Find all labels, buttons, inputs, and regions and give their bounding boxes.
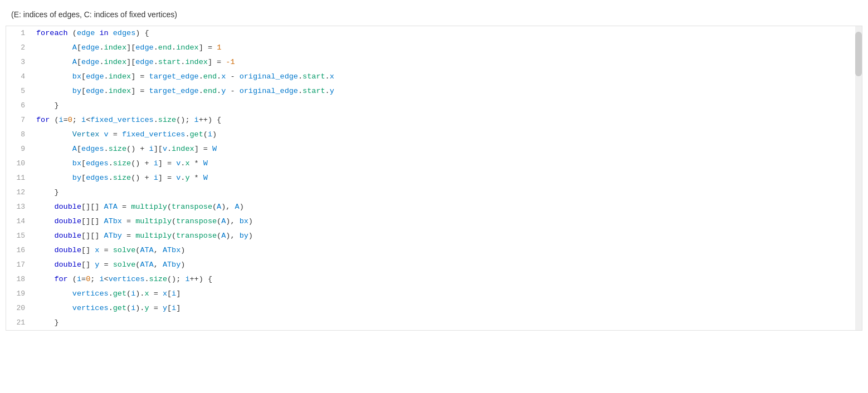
code-token bbox=[36, 87, 72, 95]
code-token: - bbox=[226, 87, 239, 95]
code-token: A bbox=[72, 145, 77, 153]
code-token: bx bbox=[72, 159, 81, 168]
code-token bbox=[36, 43, 72, 52]
table-row: 21 } bbox=[6, 316, 862, 330]
code-token: by bbox=[72, 87, 81, 95]
code-token: A bbox=[235, 203, 240, 211]
code-token: original_edge bbox=[240, 87, 298, 95]
code-token: end bbox=[203, 87, 217, 95]
code-token bbox=[36, 130, 72, 139]
code-token: () + bbox=[131, 159, 154, 168]
line-number: 18 bbox=[6, 274, 34, 284]
scrollbar-thumb[interactable] bbox=[855, 32, 862, 76]
line-content: by[edge.index] = target_edge.end.y - ori… bbox=[34, 84, 862, 99]
code-token: v bbox=[163, 145, 167, 153]
code-token: start bbox=[303, 72, 325, 81]
code-token: ) bbox=[212, 130, 217, 139]
code-token: W bbox=[203, 174, 208, 182]
code-token: foreach bbox=[36, 29, 68, 37]
code-token: ), bbox=[226, 232, 239, 240]
code-token: ) bbox=[181, 261, 185, 269]
table-row: 3 A[edge.index][edge.start.index] = -1 bbox=[6, 55, 862, 70]
code-token: ATby bbox=[163, 261, 181, 269]
code-token: . bbox=[167, 145, 172, 153]
code-token: . bbox=[217, 72, 221, 81]
code-token: ). bbox=[135, 304, 144, 312]
code-token: ( bbox=[172, 232, 176, 240]
code-token: in bbox=[95, 29, 113, 37]
code-token bbox=[36, 159, 72, 168]
code-token bbox=[36, 174, 72, 182]
code-token: ATA bbox=[140, 246, 153, 254]
code-token: [ bbox=[167, 304, 172, 312]
line-number: 15 bbox=[6, 230, 34, 241]
code-token: [ bbox=[81, 72, 86, 81]
table-row: 10 bx[edges.size() + i] = v.x * W bbox=[6, 156, 862, 171]
line-number: 19 bbox=[6, 288, 34, 299]
code-token: index bbox=[172, 145, 194, 153]
code-token: . bbox=[325, 87, 330, 95]
code-token: ; bbox=[72, 116, 81, 124]
line-content: } bbox=[34, 185, 862, 200]
code-token: * bbox=[190, 174, 203, 182]
code-token: [][] bbox=[81, 203, 104, 211]
code-token: original_edge bbox=[240, 72, 298, 81]
code-token: < bbox=[104, 275, 109, 283]
code-token: size bbox=[113, 174, 131, 182]
code-token: . bbox=[109, 289, 113, 298]
code-token: } bbox=[36, 318, 59, 327]
code-token: A bbox=[217, 203, 221, 211]
line-number: 20 bbox=[6, 303, 34, 313]
line-number: 6 bbox=[6, 100, 34, 111]
code-token: (); bbox=[167, 275, 185, 283]
code-token: [ bbox=[77, 58, 81, 66]
code-token: x bbox=[144, 289, 149, 298]
code-token: ][ bbox=[126, 43, 135, 52]
code-token: i bbox=[154, 159, 158, 168]
line-number: 4 bbox=[6, 71, 34, 82]
line-content: A[edge.index][edge.start.index] = -1 bbox=[34, 55, 862, 70]
code-token bbox=[36, 58, 72, 66]
code-token: . bbox=[154, 58, 158, 66]
code-token: = bbox=[109, 130, 122, 139]
table-row: 8 Vertex v = fixed_vertices.get(i) bbox=[6, 127, 862, 142]
code-token: x bbox=[163, 289, 167, 298]
code-token: fixed_vertices bbox=[122, 130, 185, 139]
line-number: 1 bbox=[6, 28, 34, 38]
table-row: 11 by[edges.size() + i] = v.y * W bbox=[6, 171, 862, 185]
code-token: ] = bbox=[158, 174, 176, 182]
code-token: bx bbox=[72, 72, 81, 81]
code-token: size bbox=[149, 275, 167, 283]
code-token: ) { bbox=[135, 29, 149, 37]
code-token bbox=[99, 130, 104, 139]
table-row: 7for (i=0; i<fixed_vertices.size(); i++)… bbox=[6, 113, 862, 127]
code-token: , bbox=[154, 246, 163, 254]
code-token: = bbox=[118, 203, 131, 211]
code-token bbox=[36, 72, 72, 81]
code-token: ( bbox=[212, 203, 217, 211]
code-token: ) bbox=[248, 217, 253, 225]
table-row: 16 double[] x = solve(ATA, ATbx) bbox=[6, 243, 862, 258]
code-token: index bbox=[104, 58, 127, 66]
code-token: ). bbox=[135, 289, 144, 298]
code-token: . bbox=[99, 43, 104, 52]
code-token: double bbox=[54, 246, 81, 254]
code-token: [ bbox=[167, 289, 172, 298]
code-token: ] = bbox=[199, 43, 217, 52]
line-content: double[] y = solve(ATA, ATby) bbox=[34, 258, 862, 272]
code-token: i bbox=[154, 174, 158, 182]
scrollbar[interactable] bbox=[855, 26, 862, 330]
table-row: 15 double[][] ATby = multiply(transpose(… bbox=[6, 229, 862, 243]
code-token: () + bbox=[131, 174, 154, 182]
code-token: = bbox=[99, 246, 113, 254]
code-token: * bbox=[190, 159, 203, 168]
code-token: = bbox=[122, 232, 135, 240]
code-token: . bbox=[109, 304, 113, 312]
table-row: 12 } bbox=[6, 185, 862, 200]
page-container: (E: indices of edges, C: indices of fixe… bbox=[0, 0, 868, 393]
code-token: size bbox=[158, 116, 176, 124]
code-token: ] = bbox=[131, 87, 149, 95]
code-token: i bbox=[77, 275, 81, 283]
code-token bbox=[36, 304, 72, 312]
table-row: 6 } bbox=[6, 99, 862, 113]
